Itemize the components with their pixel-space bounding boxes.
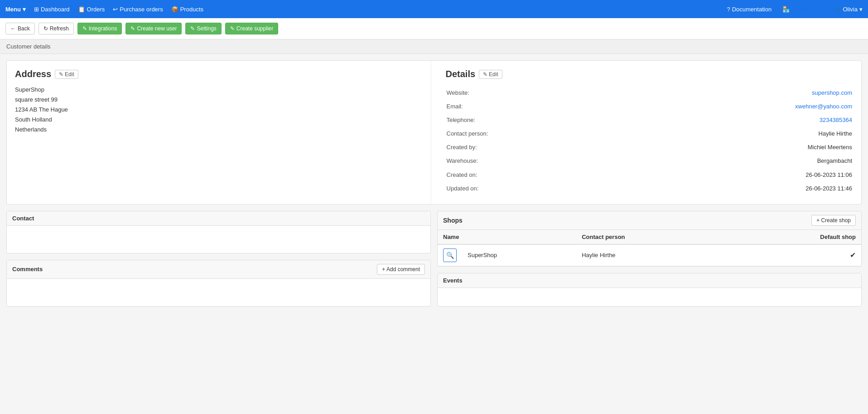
details-table: Website: supershop.com Email: xwehner@ya… (446, 86, 854, 196)
col-name: Name (438, 230, 576, 244)
back-button[interactable]: ← Back (5, 23, 35, 34)
details-edit-button[interactable]: ✎ Edit (479, 70, 502, 79)
shops-section: Shops + Create shop Name Contact person … (437, 211, 862, 267)
website-value: supershop.com (511, 87, 853, 99)
comments-body (7, 279, 430, 306)
address-heading: Address (15, 69, 51, 79)
warehouse-row: Warehouse: Bergambacht (447, 155, 853, 167)
details-heading: Details (446, 69, 476, 79)
bottom-row: Contact Comments + Add comment Sh (6, 211, 862, 313)
page-title-bar: Customer details (0, 39, 868, 54)
integrations-button[interactable]: ✎ Integrations (77, 23, 122, 34)
created-by-value: Michiel Meertens (511, 141, 853, 154)
events-header: Events (438, 273, 861, 288)
created-on-label: Created on: (447, 169, 510, 181)
user-arrow-icon: ▾ (859, 6, 863, 13)
comments-title: Comments (12, 266, 43, 273)
events-body (438, 288, 861, 306)
nav-left: Menu ▾ ⊞ Dashboard 📋 Orders ↩ Purchase o… (5, 6, 203, 13)
email-row: Email: xwehner@yahoo.com (447, 100, 853, 113)
integrations-icon: ✎ (82, 25, 87, 32)
telephone-link[interactable]: 3234385364 (820, 117, 852, 123)
address-line5: Netherlands (15, 125, 423, 135)
shops-table: Name Contact person Default shop 🔍SuperS… (438, 230, 861, 266)
back-arrow-icon: ← (10, 25, 16, 32)
nav-dashboard[interactable]: ⊞ Dashboard (34, 6, 70, 13)
shops-tbody: 🔍SuperShopHaylie Hirthe✔ (438, 244, 861, 266)
nav-purchase-orders[interactable]: ↩ Purchase orders (113, 6, 163, 13)
created-on-value: 26-06-2023 11:06 (511, 169, 853, 181)
telephone-value: 3234385364 (511, 114, 853, 127)
add-comment-button[interactable]: + Add comment (377, 264, 425, 275)
shop-name: SuperShop (462, 244, 576, 266)
address-title-row: Address ✎ Edit (15, 69, 423, 79)
shop-icon: 🏪 (782, 6, 790, 13)
shop-contact: Haylie Hirthe (576, 244, 729, 266)
create-user-icon: ✎ (130, 25, 135, 32)
warehouse-value: Bergambacht (511, 155, 853, 167)
email-value: xwehner@yahoo.com (511, 100, 853, 113)
website-label: Website: (447, 87, 510, 99)
purchase-icon: ↩ (113, 6, 118, 13)
email-link[interactable]: xwehner@yahoo.com (795, 103, 852, 110)
shop-search-icon-button[interactable]: 🔍 (443, 248, 457, 262)
contact-body (7, 226, 430, 253)
products-icon: 📦 (171, 6, 178, 13)
address-edit-button[interactable]: ✎ Edit (55, 70, 78, 79)
create-shop-button[interactable]: + Create shop (811, 215, 856, 226)
comments-section: Comments + Add comment (6, 260, 431, 307)
question-icon: ? (727, 6, 730, 13)
documentation-link[interactable]: ? Documentation (727, 6, 772, 13)
main-content: Address ✎ Edit SuperShop square street 9… (0, 54, 868, 319)
updated-on-row: Updated on: 26-06-2023 11:46 (447, 182, 853, 195)
contact-person-row: Contact person: Haylie Hirthe (447, 127, 853, 140)
updated-on-value: 26-06-2023 11:46 (511, 182, 853, 195)
user-menu[interactable]: 👤 Olivia ▾ (834, 6, 863, 13)
shop-default: ✔ (729, 244, 861, 266)
nav-orders[interactable]: 📋 Orders (78, 6, 105, 13)
menu-button[interactable]: Menu ▾ (5, 6, 26, 13)
updated-on-label: Updated on: (447, 182, 510, 195)
right-bottom: Shops + Create shop Name Contact person … (437, 211, 862, 313)
events-title: Events (443, 277, 463, 284)
create-new-user-button[interactable]: ✎ Create new user (125, 23, 182, 34)
menu-label: Menu (5, 6, 21, 13)
dashboard-icon: ⊞ (34, 6, 39, 13)
contact-person-label: Contact person: (447, 127, 510, 140)
supershop-button[interactable]: 🏪 SuperShop (779, 5, 826, 14)
contact-section: Contact (6, 211, 431, 253)
nav-right: ? Documentation 🏪 SuperShop 👤 Olivia ▾ (727, 5, 863, 14)
contact-title: Contact (12, 215, 34, 222)
user-icon: 👤 (834, 6, 841, 13)
shops-thead: Name Contact person Default shop (438, 230, 861, 244)
website-link[interactable]: supershop.com (812, 89, 852, 96)
toolbar: ← Back ↻ Refresh ✎ Integrations ✎ Create… (0, 18, 868, 39)
menu-arrow-icon: ▾ (23, 6, 26, 13)
shops-header-row: Name Contact person Default shop (438, 230, 861, 244)
created-on-row: Created on: 26-06-2023 11:06 (447, 169, 853, 181)
nav-products[interactable]: 📦 Products (171, 6, 203, 13)
events-section: Events (437, 273, 862, 307)
contact-person-value: Haylie Hirthe (511, 127, 853, 140)
details-section: Details ✎ Edit Website: supershop.com Em… (438, 61, 862, 204)
default-checkmark: ✔ (850, 251, 856, 259)
refresh-icon: ↻ (43, 25, 48, 32)
address-line2: square street 99 (15, 95, 423, 105)
settings-button[interactable]: ✎ Settings (185, 23, 221, 34)
website-row: Website: supershop.com (447, 87, 853, 99)
address-section: Address ✎ Edit SuperShop square street 9… (7, 61, 431, 204)
shops-header: Shops + Create shop (438, 211, 861, 230)
create-supplier-button[interactable]: ✎ Create supplier (225, 23, 278, 34)
refresh-button[interactable]: ↻ Refresh (39, 23, 74, 34)
col-default: Default shop (729, 230, 861, 244)
table-row: 🔍SuperShopHaylie Hirthe✔ (438, 244, 861, 266)
comments-header: Comments + Add comment (7, 260, 430, 279)
create-supplier-icon: ✎ (230, 25, 235, 32)
telephone-row: Telephone: 3234385364 (447, 114, 853, 127)
details-title-row: Details ✎ Edit (446, 69, 854, 79)
page-title: Customer details (6, 43, 51, 50)
address-edit-icon: ✎ (59, 71, 63, 78)
top-nav: Menu ▾ ⊞ Dashboard 📋 Orders ↩ Purchase o… (0, 0, 868, 18)
warehouse-label: Warehouse: (447, 155, 510, 167)
orders-icon: 📋 (78, 6, 85, 13)
